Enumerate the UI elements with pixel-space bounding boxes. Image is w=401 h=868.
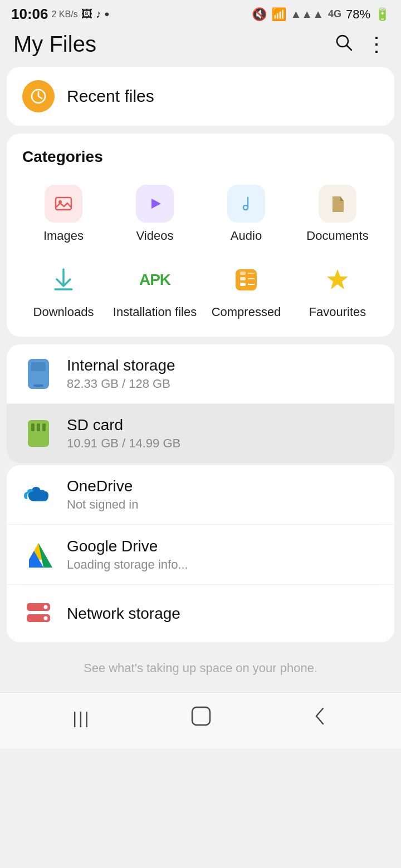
cloud-services-card: OneDrive Not signed in Google Drive Load…: [7, 465, 394, 642]
categories-card: Categories Images Videos: [7, 134, 394, 337]
favourites-icon: [319, 261, 356, 299]
svg-point-33: [44, 617, 48, 620]
sd-card-info: SD card 10.91 GB / 14.99 GB: [67, 416, 180, 451]
internal-storage-sub: 82.33 GB / 128 GB: [67, 377, 175, 391]
status-right: 🔇 📶 ▲▲▲ 4G 78% 🔋: [252, 7, 390, 22]
search-icon[interactable]: [334, 33, 353, 56]
recent-files-card[interactable]: Recent files: [7, 67, 394, 126]
svg-point-0: [337, 36, 348, 47]
lte-icon: 4G: [328, 8, 341, 20]
svg-rect-22: [31, 362, 46, 371]
categories-title: Categories: [18, 148, 383, 166]
videos-label: Videos: [136, 228, 174, 244]
googledrive-info: Google Drive Loading storage info...: [67, 537, 188, 572]
wifi-icon: 📶: [271, 7, 286, 22]
app-header: My Files ⋮: [0, 26, 401, 67]
svg-rect-13: [240, 272, 246, 275]
footer-hint: See what's taking up space on your phone…: [0, 650, 401, 687]
svg-rect-12: [236, 269, 257, 290]
compressed-label: Compressed: [212, 304, 281, 320]
audio-label: Audio: [231, 228, 262, 244]
recent-files-row[interactable]: Recent files: [7, 67, 394, 126]
category-favourites[interactable]: Favourites: [292, 255, 383, 326]
svg-rect-14: [240, 277, 246, 280]
network-storage-item[interactable]: Network storage: [7, 585, 394, 642]
downloads-icon: [45, 261, 82, 299]
category-downloads[interactable]: Downloads: [18, 255, 109, 326]
network-storage-info: Network storage: [67, 605, 180, 623]
status-bar: 10:06 2 KB/s 🖼 ♪ • 🔇 📶 ▲▲▲ 4G 78% 🔋: [0, 0, 401, 26]
more-options-icon[interactable]: ⋮: [366, 33, 388, 56]
category-audio[interactable]: Audio: [200, 179, 292, 250]
network-storage-icon: [22, 598, 55, 630]
googledrive-item[interactable]: Google Drive Loading storage info...: [7, 525, 394, 585]
network-storage-name: Network storage: [67, 605, 180, 623]
images-label: Images: [43, 228, 84, 244]
category-documents[interactable]: Documents: [292, 179, 383, 250]
internal-storage-icon: [22, 358, 55, 390]
home-nav-button[interactable]: [180, 702, 222, 735]
svg-rect-26: [42, 423, 46, 431]
status-left: 10:06 2 KB/s 🖼 ♪ •: [11, 6, 109, 23]
category-videos[interactable]: Videos: [109, 179, 200, 250]
back-nav-button[interactable]: [301, 702, 340, 735]
svg-rect-8: [236, 193, 257, 214]
categories-grid: Images Videos Audio: [18, 179, 383, 326]
speed-indicator: 2 KB/s: [52, 9, 78, 19]
svg-rect-15: [240, 283, 246, 286]
sd-card-icon: [22, 417, 55, 450]
onedrive-item[interactable]: OneDrive Not signed in: [7, 465, 394, 525]
sd-card-item[interactable]: SD card 10.91 GB / 14.99 GB: [7, 404, 394, 463]
compressed-icon: [227, 261, 265, 299]
bottom-nav: |||: [0, 692, 401, 748]
images-icon: [45, 185, 82, 223]
sd-card-name: SD card: [67, 416, 180, 434]
apk-icon: APK: [136, 261, 174, 299]
status-time: 10:06: [11, 6, 48, 23]
svg-line-1: [347, 46, 351, 50]
gallery-icon: 🖼: [81, 8, 92, 21]
downloads-label: Downloads: [33, 304, 94, 320]
sd-card-sub: 10.91 GB / 14.99 GB: [67, 436, 180, 451]
googledrive-name: Google Drive: [67, 537, 188, 555]
header-actions: ⋮: [334, 33, 388, 56]
svg-rect-24: [31, 423, 35, 431]
svg-rect-21: [33, 384, 43, 387]
category-installation[interactable]: APK Installation files: [109, 255, 200, 326]
tiktok-icon: ♪: [96, 8, 101, 21]
recent-files-icon: [22, 80, 55, 112]
mute-icon: 🔇: [252, 7, 267, 22]
recent-files-label: Recent files: [67, 87, 154, 106]
internal-storage-item[interactable]: Internal storage 82.33 GB / 128 GB: [7, 344, 394, 404]
signal-icon: ▲▲▲: [291, 8, 324, 21]
battery-icon: 🔋: [375, 7, 390, 22]
googledrive-icon: [22, 539, 55, 571]
app-title: My Files: [13, 32, 96, 57]
onedrive-name: OneDrive: [67, 477, 138, 495]
recents-nav-button[interactable]: |||: [61, 704, 101, 732]
storage-card: Internal storage 82.33 GB / 128 GB SD ca…: [7, 344, 394, 463]
svg-marker-19: [327, 269, 348, 289]
internal-storage-info: Internal storage 82.33 GB / 128 GB: [67, 357, 175, 391]
internal-storage-name: Internal storage: [67, 357, 175, 374]
svg-rect-25: [37, 423, 40, 431]
dot-indicator: •: [105, 7, 109, 22]
category-images[interactable]: Images: [18, 179, 109, 250]
audio-icon: [227, 185, 265, 223]
googledrive-sub: Loading storage info...: [67, 558, 188, 572]
favourites-label: Favourites: [309, 304, 366, 320]
videos-icon: [136, 185, 174, 223]
category-compressed[interactable]: Compressed: [200, 255, 292, 326]
svg-rect-34: [192, 707, 210, 725]
onedrive-info: OneDrive Not signed in: [67, 477, 138, 512]
documents-icon: [319, 185, 356, 223]
installation-label: Installation files: [113, 304, 197, 320]
onedrive-sub: Not signed in: [67, 497, 138, 512]
svg-point-32: [44, 605, 48, 609]
documents-label: Documents: [306, 228, 368, 244]
battery-percent: 78%: [346, 7, 370, 22]
onedrive-icon: [22, 479, 55, 511]
